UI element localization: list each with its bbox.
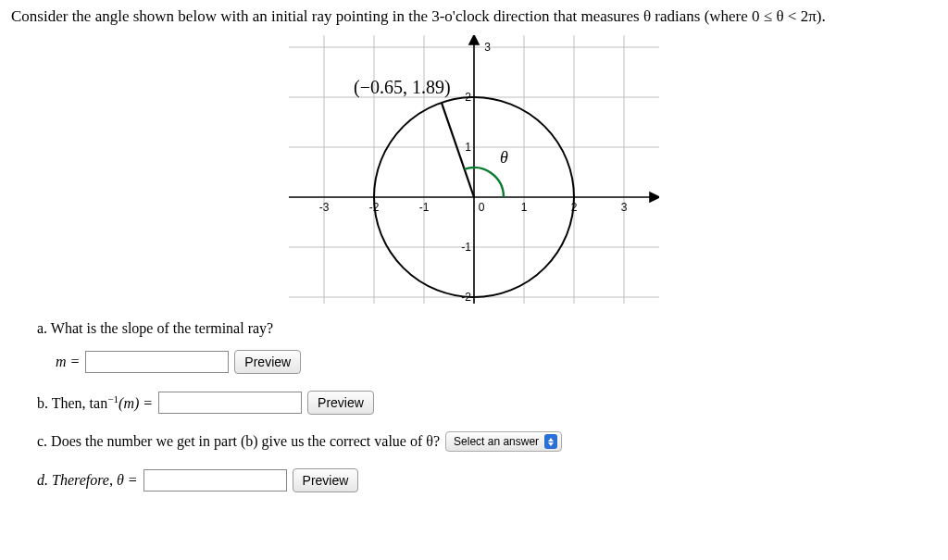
select-placeholder: Select an answer [454, 435, 539, 448]
angle-chart: -3 -2 -1 0 1 2 3 3 2 1 -1 -2 θ (−0.65, 1… [289, 35, 659, 304]
part-c: c. Does the number we get in part (b) gi… [37, 431, 937, 452]
svg-text:0: 0 [479, 201, 485, 214]
question-text: Consider the angle shown below with an i… [11, 7, 937, 26]
point-label: (−0.65, 1.89) [354, 77, 451, 98]
preview-button-b[interactable]: Preview [307, 391, 374, 415]
theta-input[interactable] [143, 469, 287, 492]
part-c-label: c. Does the number we get in part (b) gi… [37, 433, 440, 450]
theta-label: θ [500, 148, 508, 167]
svg-text:1: 1 [521, 201, 528, 214]
parts-list: a. What is the slope of the terminal ray… [37, 320, 937, 492]
part-b: b. Then, tan−1(m) = Preview [37, 391, 937, 415]
svg-text:3: 3 [484, 41, 491, 54]
preview-button-d[interactable]: Preview [293, 468, 359, 492]
svg-marker-14 [650, 193, 659, 202]
part-d-label: d. Therefore, θ = [37, 472, 138, 489]
svg-text:1: 1 [465, 141, 471, 154]
svg-text:-1: -1 [461, 241, 471, 254]
preview-button-a[interactable]: Preview [234, 350, 301, 374]
arctan-input[interactable] [158, 392, 302, 414]
svg-marker-12 [469, 35, 479, 44]
part-a-prefix: m = [56, 354, 80, 370]
svg-text:-1: -1 [419, 201, 430, 214]
answer-select[interactable]: Select an answer [445, 431, 562, 452]
svg-text:-3: -3 [319, 201, 330, 214]
slope-input[interactable] [85, 351, 229, 373]
part-a: a. What is the slope of the terminal ray… [37, 320, 937, 374]
chevron-updown-icon [544, 434, 557, 449]
part-b-label: b. Then, tan−1(m) = [37, 393, 153, 412]
chart-container: -3 -2 -1 0 1 2 3 3 2 1 -1 -2 θ (−0.65, 1… [11, 35, 937, 304]
part-a-label: a. What is the slope of the terminal ray… [37, 320, 933, 337]
svg-text:3: 3 [621, 201, 628, 214]
part-d: d. Therefore, θ = Preview [37, 468, 937, 492]
